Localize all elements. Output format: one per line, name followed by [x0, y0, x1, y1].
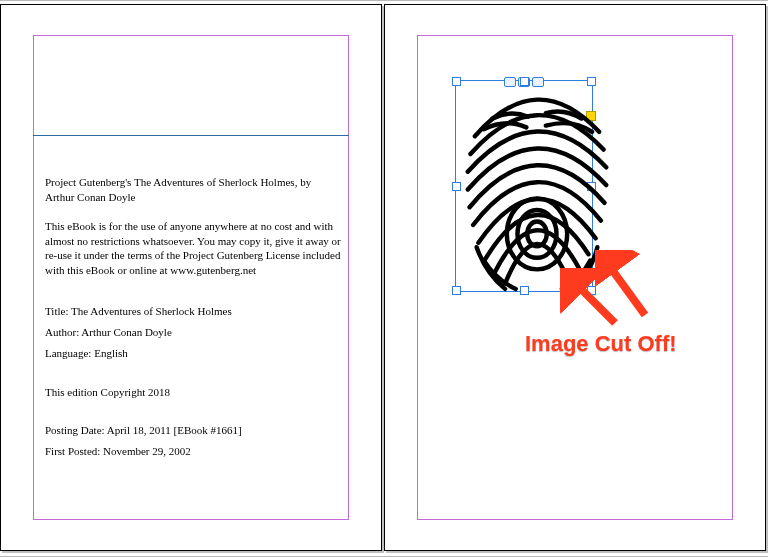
- horizontal-rule: [33, 135, 349, 136]
- fingerprint-image[interactable]: [457, 83, 617, 296]
- page-right[interactable]: Image Cut Off!: [384, 4, 766, 551]
- edition-line: This edition Copyright 2018: [45, 385, 341, 400]
- page-left[interactable]: Project Gutenberg's The Adventures of Sh…: [0, 4, 382, 551]
- arrow-annotation-2: [595, 250, 655, 320]
- author-line: Author: Arthur Conan Doyle: [45, 325, 341, 340]
- language-line: Language: English: [45, 346, 341, 361]
- title-line: Title: The Adventures of Sherlock Holmes: [45, 304, 341, 319]
- document-spread: Project Gutenberg's The Adventures of Sh…: [0, 0, 768, 557]
- intro-line: Project Gutenberg's The Adventures of Sh…: [45, 175, 341, 205]
- callout-label: Image Cut Off!: [525, 333, 677, 355]
- copyright-text-frame[interactable]: Project Gutenberg's The Adventures of Sh…: [45, 175, 341, 459]
- posting-line: Posting Date: April 18, 2011 [EBook #166…: [45, 423, 341, 438]
- license-paragraph: This eBook is for the use of anyone anyw…: [45, 219, 341, 278]
- first-posted-line: First Posted: November 29, 2002: [45, 444, 341, 459]
- ruler-edge-top: [0, 0, 768, 1]
